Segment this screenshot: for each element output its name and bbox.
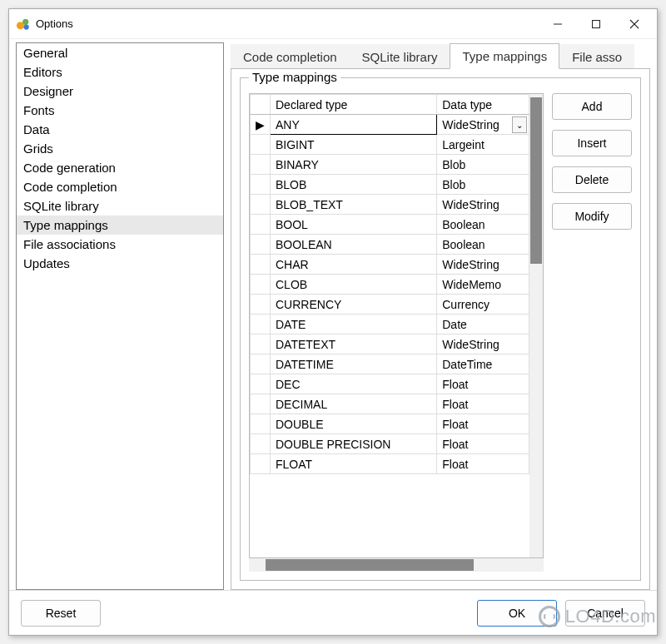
cell-data-type[interactable]: WideString [437,334,529,354]
sidebar-item[interactable]: File associations [17,235,223,254]
scrollbar-thumb[interactable] [530,97,542,264]
cell-declared-type[interactable]: ANY [271,115,437,135]
close-button[interactable] [615,12,654,37]
cell-declared-type[interactable]: BINARY [271,155,437,175]
table-row[interactable]: BINARYBlob [251,155,529,175]
row-indicator [251,275,271,295]
sidebar-item[interactable]: Designer [17,82,223,101]
row-indicator [251,195,271,215]
table-row[interactable]: BLOB_TEXTWideString [251,195,529,215]
cell-data-type[interactable]: Blob [437,175,529,195]
maximize-button[interactable] [577,12,615,37]
table-row[interactable]: DATETIMEDateTime [251,354,529,374]
modify-button[interactable]: Modify [552,203,632,230]
cell-declared-type[interactable]: CLOB [271,275,437,295]
scrollbar-thumb[interactable] [266,559,474,571]
sidebar-item[interactable]: Grids [17,139,223,158]
cell-data-type[interactable]: Float [437,414,529,434]
tab[interactable]: SQLite library [350,44,450,69]
sidebar-item[interactable]: Updates [17,254,223,273]
cell-data-type[interactable]: WideMemo [437,275,529,295]
table-row[interactable]: CHARWideString [251,255,529,275]
cell-declared-type[interactable]: DATETEXT [271,334,437,354]
type-mappings-grid[interactable]: Declared typeData type▶ANYWideString⌄BIG… [249,93,544,558]
cell-declared-type[interactable]: BLOB_TEXT [271,195,437,215]
horizontal-scrollbar[interactable] [249,558,544,572]
cell-data-type[interactable]: WideString⌄ [437,115,529,135]
column-header[interactable]: Declared type [271,95,437,115]
window-title: Options [36,17,539,30]
table-row[interactable]: BOOLBoolean [251,215,529,235]
cell-data-type[interactable]: Float [437,374,529,394]
insert-button[interactable]: Insert [552,130,632,156]
cell-data-type[interactable]: WideString [437,195,529,215]
cell-declared-type[interactable]: DATE [271,315,437,334]
category-sidebar[interactable]: GeneralEditorsDesignerFontsDataGridsCode… [16,42,224,590]
row-indicator [251,255,271,275]
cell-data-type[interactable]: Float [437,434,529,454]
cell-declared-type[interactable]: DATETIME [271,354,437,374]
cell-declared-type[interactable]: DOUBLE PRECISION [271,434,437,454]
add-button[interactable]: Add [552,93,632,120]
sidebar-item[interactable]: Code generation [17,158,223,177]
cell-declared-type[interactable]: CURRENCY [271,295,437,315]
row-indicator [251,374,271,394]
tab[interactable]: Code completion [231,44,350,69]
sidebar-item[interactable]: Type mappings [17,215,223,235]
row-indicator [251,354,271,374]
table-row[interactable]: ▶ANYWideString⌄ [251,115,529,135]
cell-declared-type[interactable]: BOOL [271,215,437,235]
cell-data-type[interactable]: Blob [437,155,529,175]
table-row[interactable]: DOUBLEFloat [251,414,529,434]
cell-data-type[interactable]: Largeint [437,135,529,155]
table-row[interactable]: CLOBWideMemo [251,275,529,295]
row-indicator [251,394,271,414]
table-row[interactable]: DATETEXTWideString [251,334,529,354]
cell-declared-type[interactable]: DOUBLE [271,414,437,434]
sidebar-item[interactable]: Editors [17,62,223,82]
minimize-button[interactable] [539,12,577,37]
cell-declared-type[interactable]: BLOB [271,175,437,195]
table-row[interactable]: DOUBLE PRECISIONFloat [251,434,529,454]
cell-data-type[interactable]: Date [437,315,529,334]
sidebar-item[interactable]: SQLite library [17,196,223,215]
sidebar-item[interactable]: General [17,43,223,62]
table-row[interactable]: CURRENCYCurrency [251,295,529,315]
reset-button[interactable]: Reset [21,600,101,627]
cell-declared-type[interactable]: DECIMAL [271,394,437,414]
table-row[interactable]: BLOBBlob [251,175,529,195]
cell-declared-type[interactable]: FLOAT [271,454,437,474]
cell-data-type[interactable]: Currency [437,295,529,315]
table-row[interactable]: BOOLEANBoolean [251,235,529,255]
sidebar-item[interactable]: Data [17,120,223,139]
cell-data-type[interactable]: Boolean [437,235,529,255]
dialog-button-bar: Reset OK Cancel [9,590,657,635]
tab[interactable]: Type mappings [450,43,559,69]
cell-declared-type[interactable]: BIGINT [271,135,437,155]
cell-data-type[interactable]: DateTime [437,354,529,374]
sidebar-item[interactable]: Fonts [17,101,223,120]
sidebar-item[interactable]: Code completion [17,177,223,196]
cancel-button[interactable]: Cancel [565,600,645,627]
table-row[interactable]: DECFloat [251,374,529,394]
row-indicator [251,175,271,195]
content-pane: Code completionSQLite libraryType mappin… [224,39,657,590]
cell-data-type[interactable]: Float [437,454,529,474]
dropdown-arrow-icon[interactable]: ⌄ [512,116,527,133]
vertical-scrollbar[interactable] [529,94,543,557]
delete-button[interactable]: Delete [552,166,632,193]
ok-button[interactable]: OK [477,600,557,627]
cell-declared-type[interactable]: BOOLEAN [271,235,437,255]
app-icon [16,17,31,32]
table-row[interactable]: FLOATFloat [251,454,529,474]
cell-data-type[interactable]: Float [437,394,529,414]
cell-declared-type[interactable]: CHAR [271,255,437,275]
cell-data-type[interactable]: Boolean [437,215,529,235]
table-row[interactable]: DECIMALFloat [251,394,529,414]
table-row[interactable]: BIGINTLargeint [251,135,529,155]
cell-data-type[interactable]: WideString [437,255,529,275]
tab[interactable]: File asso [559,44,634,69]
table-row[interactable]: DATEDate [251,315,529,334]
cell-declared-type[interactable]: DEC [271,374,437,394]
column-header[interactable]: Data type [437,95,529,115]
